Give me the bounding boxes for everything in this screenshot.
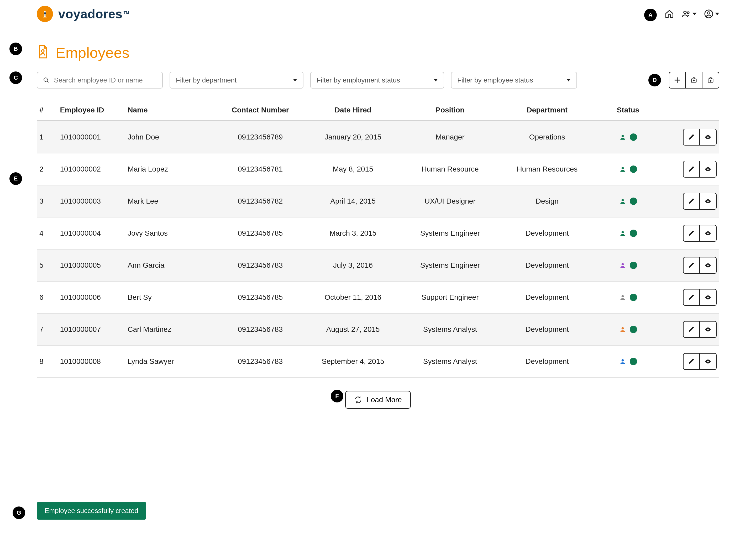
status-dot xyxy=(630,230,637,237)
search-field[interactable] xyxy=(37,72,163,88)
edit-button[interactable] xyxy=(683,353,700,370)
pencil-icon xyxy=(688,134,695,140)
search-icon xyxy=(43,77,49,83)
edit-button[interactable] xyxy=(683,161,700,178)
cell-id: 1010000005 xyxy=(57,249,125,281)
svg-point-23 xyxy=(707,265,709,266)
lighthouse-icon xyxy=(41,10,49,18)
cell-name: John Doe xyxy=(125,121,216,153)
page-title: Employees xyxy=(56,44,130,61)
cell-date: April 14, 2015 xyxy=(305,185,402,217)
add-employee-button[interactable] xyxy=(669,72,685,88)
caret-down-icon xyxy=(692,13,697,15)
cell-id: 1010000004 xyxy=(57,217,125,249)
edit-button[interactable] xyxy=(683,321,700,338)
filter-department-label: Filter by department xyxy=(176,76,237,84)
filter-employment-status[interactable]: Filter by employment status xyxy=(310,72,444,88)
cell-department: Development xyxy=(498,281,595,313)
cell-position: Systems Analyst xyxy=(402,313,499,346)
view-button[interactable] xyxy=(700,321,717,338)
edit-button[interactable] xyxy=(683,289,700,306)
cell-actions xyxy=(660,185,719,217)
table-row: 1 1010000001 John Doe 09123456789 Januar… xyxy=(37,121,719,153)
cell-actions xyxy=(660,121,719,153)
col-actions-header xyxy=(660,100,719,121)
svg-point-26 xyxy=(621,327,624,329)
cell-name: Ann Garcia xyxy=(125,249,216,281)
table-row: 8 1010000008 Lynda Sawyer 09123456783 Se… xyxy=(37,346,719,377)
svg-point-28 xyxy=(621,359,624,361)
cell-contact: 09123456785 xyxy=(216,281,305,313)
filter-employee-status[interactable]: Filter by employee status xyxy=(451,72,577,88)
svg-point-22 xyxy=(621,263,624,265)
annotation-e: E xyxy=(10,172,22,185)
pencil-icon xyxy=(688,326,695,333)
edit-button[interactable] xyxy=(683,129,700,145)
person-icon xyxy=(619,262,626,269)
col-department-header: Department xyxy=(498,100,595,121)
svg-point-10 xyxy=(44,78,48,81)
annotation-c: C xyxy=(10,72,22,84)
caret-down-icon xyxy=(566,79,571,81)
status-dot xyxy=(630,326,637,333)
load-more-button[interactable]: Load More xyxy=(345,391,411,409)
cell-contact: 09123456783 xyxy=(216,249,305,281)
load-more-wrap: F Load More xyxy=(37,391,719,409)
status-dot xyxy=(630,166,637,173)
view-button[interactable] xyxy=(700,225,717,242)
filter-department[interactable]: Filter by department xyxy=(169,72,304,88)
pencil-icon xyxy=(688,262,695,269)
pencil-icon xyxy=(688,358,695,365)
cell-contact: 09123456789 xyxy=(216,121,305,153)
eye-icon xyxy=(705,134,711,140)
edit-button[interactable] xyxy=(683,225,700,242)
person-icon xyxy=(619,134,626,140)
cell-status xyxy=(595,313,660,346)
people-icon xyxy=(682,9,691,19)
cell-status xyxy=(595,185,660,217)
export-button[interactable] xyxy=(702,72,719,88)
cell-name: Carl Martinez xyxy=(125,313,216,346)
profile-menu[interactable] xyxy=(704,9,719,19)
view-button[interactable] xyxy=(700,161,717,178)
status-dot xyxy=(630,197,637,205)
svg-point-6 xyxy=(687,12,689,14)
cell-name: Lynda Sawyer xyxy=(125,346,216,377)
svg-point-25 xyxy=(707,296,709,298)
cell-date: September 4, 2015 xyxy=(305,346,402,377)
view-button[interactable] xyxy=(700,129,717,145)
cell-contact: 09123456785 xyxy=(216,217,305,249)
svg-point-15 xyxy=(707,136,709,138)
svg-marker-4 xyxy=(43,17,46,18)
brand-logo xyxy=(37,6,53,22)
view-button[interactable] xyxy=(700,289,717,306)
svg-point-20 xyxy=(621,231,624,233)
team-menu[interactable] xyxy=(682,9,697,19)
table-row: 5 1010000005 Ann Garcia 09123456783 July… xyxy=(37,249,719,281)
col-status-header: Status xyxy=(595,100,660,121)
top-actions: A xyxy=(665,9,719,19)
home-button[interactable] xyxy=(665,9,674,19)
view-button[interactable] xyxy=(700,193,717,210)
search-input[interactable] xyxy=(54,76,157,84)
edit-button[interactable] xyxy=(683,193,700,210)
annotation-a: A xyxy=(644,9,657,21)
cell-date: July 3, 2016 xyxy=(305,249,402,281)
brand: voyadoresTM xyxy=(37,6,129,22)
cell-actions xyxy=(660,217,719,249)
svg-point-16 xyxy=(621,167,624,169)
cell-contact: 09123456783 xyxy=(216,313,305,346)
status-dot xyxy=(630,134,637,141)
cell-name: Maria Lopez xyxy=(125,153,216,185)
view-button[interactable] xyxy=(700,257,717,274)
cell-actions xyxy=(660,346,719,377)
brand-trademark: TM xyxy=(124,11,129,15)
view-button[interactable] xyxy=(700,353,717,370)
edit-button[interactable] xyxy=(683,257,700,274)
cell-date: January 20, 2015 xyxy=(305,121,402,153)
import-button[interactable] xyxy=(685,72,702,88)
eye-icon xyxy=(705,262,711,269)
svg-point-9 xyxy=(41,50,44,52)
cell-date: August 27, 2015 xyxy=(305,313,402,346)
cell-status xyxy=(595,217,660,249)
